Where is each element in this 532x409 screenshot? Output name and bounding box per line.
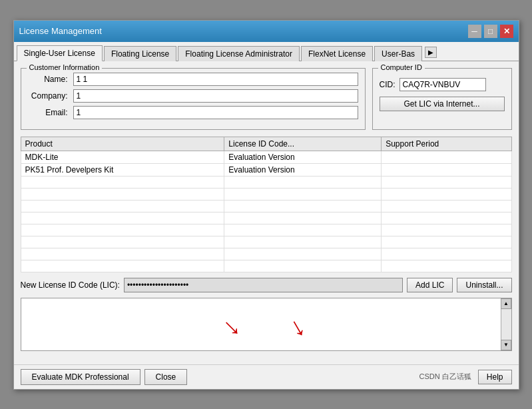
email-input[interactable] — [73, 106, 358, 119]
computer-id-legend: Computer ID — [378, 63, 425, 71]
window-title: License Management — [19, 26, 102, 36]
get-lic-button[interactable]: Get LIC via Internet... — [380, 97, 505, 111]
tab-flexnet[interactable]: FlexNet License — [301, 46, 373, 61]
computer-id-box: Computer ID CID: Get LIC via Internet... — [372, 68, 512, 130]
email-row: Email: — [28, 106, 358, 119]
cid-row: CID: — [380, 78, 505, 91]
help-button[interactable]: Help — [478, 370, 512, 384]
name-row: Name: — [28, 73, 358, 86]
main-content: Customer Information Name: Company: Emai… — [14, 61, 519, 364]
new-lic-row: New License ID Code (LIC): Add LIC Unins… — [21, 278, 512, 292]
arrow-container: ↓ ↓ — [24, 301, 503, 351]
log-scrollbar[interactable]: ▲ ▼ — [501, 298, 511, 350]
bottom-bar: Evaluate MDK Professional Close CSDN 白乙话… — [14, 364, 519, 389]
table-row-empty — [21, 260, 511, 272]
license-table: Product License ID Code... Support Perio… — [21, 137, 512, 272]
product-cell: MDK-Lite — [21, 151, 224, 163]
company-label: Company: — [28, 91, 68, 101]
email-label: Email: — [28, 108, 68, 117]
title-bar: License Management ─ □ ✕ — [14, 21, 519, 42]
arrow-left-icon: ↓ — [215, 312, 246, 342]
company-input[interactable] — [73, 89, 358, 103]
support-cell — [382, 163, 511, 176]
tab-single-user[interactable]: Single-User License — [17, 45, 103, 61]
license-management-window: License Management ─ □ ✕ Single-User Lic… — [13, 20, 519, 390]
new-lic-input[interactable] — [124, 278, 403, 292]
tab-floating-admin[interactable]: Floating License Administrator — [178, 46, 300, 61]
table-row: MDK-Lite Evaluation Version — [21, 151, 511, 163]
customer-info-legend: Customer Information — [27, 63, 103, 71]
cid-label: CID: — [380, 80, 396, 89]
tabs-bar: Single-User License Floating License Flo… — [14, 42, 519, 61]
table-row-empty — [21, 224, 511, 236]
tab-floating[interactable]: Floating License — [104, 46, 176, 61]
col-support: Support Period — [382, 137, 511, 151]
name-label: Name: — [28, 75, 68, 84]
minimize-button[interactable]: ─ — [468, 25, 481, 38]
bottom-bar-left: Evaluate MDK Professional Close — [21, 369, 188, 385]
license-table-wrapper: Product License ID Code... Support Perio… — [21, 137, 512, 272]
table-row-empty — [21, 236, 511, 248]
log-content: ↓ ↓ — [21, 298, 511, 304]
product-cell: PK51 Prof. Develpers Kit — [21, 163, 224, 176]
tab-user-bas[interactable]: User-Bas — [374, 46, 422, 61]
table-row: PK51 Prof. Develpers Kit Evaluation Vers… — [21, 163, 511, 176]
table-row-empty — [21, 188, 511, 200]
name-input[interactable] — [73, 73, 358, 86]
customer-info-box: Customer Information Name: Company: Emai… — [21, 68, 366, 130]
top-section: Customer Information Name: Company: Emai… — [21, 68, 512, 130]
uninstall-button[interactable]: Uninstall... — [457, 278, 511, 292]
new-lic-label: New License ID Code (LIC): — [21, 280, 120, 290]
scrollbar-up-button[interactable]: ▲ — [501, 298, 511, 309]
watermark: CSDN 白乙话狐 — [419, 372, 471, 382]
title-bar-controls: ─ □ ✕ — [468, 25, 513, 38]
close-dialog-button[interactable]: Close — [144, 369, 188, 385]
add-lic-button[interactable]: Add LIC — [407, 278, 453, 292]
support-cell — [382, 151, 511, 163]
cid-input[interactable] — [399, 78, 486, 91]
col-product: Product — [21, 137, 224, 151]
license-id-cell: Evaluation Version — [224, 151, 382, 163]
table-row-empty — [21, 212, 511, 224]
company-row: Company: — [28, 89, 358, 103]
table-row-empty — [21, 176, 511, 188]
log-area: ↓ ↓ ▲ ▼ — [21, 298, 512, 351]
license-id-cell: Evaluation Version — [224, 163, 382, 176]
col-license-id: License ID Code... — [224, 137, 382, 151]
table-row-empty — [21, 248, 511, 260]
scrollbar-down-button[interactable]: ▼ — [501, 340, 511, 350]
tab-scroll-button[interactable]: ▶ — [425, 47, 437, 58]
table-row-empty — [21, 200, 511, 212]
evaluate-button[interactable]: Evaluate MDK Professional — [21, 369, 140, 385]
arrow-right-icon: ↓ — [284, 310, 310, 343]
close-button[interactable]: ✕ — [500, 25, 513, 38]
maximize-button[interactable]: □ — [484, 25, 497, 38]
